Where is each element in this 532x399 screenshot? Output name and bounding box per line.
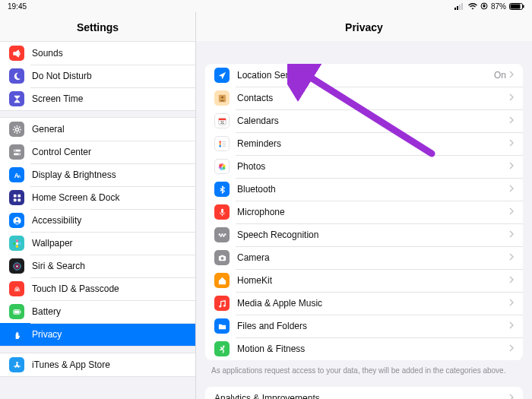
sidebar-group: SoundsDo Not DisturbScreen Time (0, 41, 195, 111)
row-camera[interactable]: Camera (205, 246, 523, 269)
row-screentime[interactable]: Screen Time (0, 87, 195, 110)
row-accessibility[interactable]: Accessibility (0, 209, 195, 232)
svg-rect-58 (221, 208, 223, 213)
status-time: 19:45 (8, 2, 27, 11)
row-label: Contacts (237, 93, 509, 103)
svg-rect-39 (20, 311, 21, 312)
row-homescreen[interactable]: Home Screen & Dock (0, 186, 195, 209)
chevron-right-icon (509, 207, 514, 217)
row-label: Reminders (237, 138, 509, 149)
row-label: Accessibility (32, 215, 186, 226)
svg-rect-3 (461, 3, 463, 10)
fingerprint-icon (9, 281, 24, 296)
row-label: General (32, 124, 186, 135)
row-label: Files and Folders (237, 321, 509, 331)
speaker-icon (9, 46, 24, 61)
chevron-right-icon (509, 70, 514, 81)
svg-point-31 (15, 239, 17, 242)
chevron-right-icon (509, 230, 514, 240)
row-sounds[interactable]: Sounds (0, 42, 195, 65)
row-label: Calendars (237, 116, 509, 126)
row-files[interactable]: Files and Folders (205, 315, 523, 337)
svg-rect-1 (457, 6, 458, 10)
row-media[interactable]: Media & Apple Music (205, 292, 523, 315)
hourglass-icon (9, 91, 24, 106)
svg-point-37 (16, 265, 17, 267)
row-analytics[interactable]: Analytics & Improvements (205, 387, 523, 399)
row-location[interactable]: Location ServicesOn (205, 64, 523, 87)
detail-group: Location ServicesOnContacts31CalendarsRe… (205, 64, 523, 360)
svg-point-33 (15, 245, 17, 247)
svg-point-30 (15, 242, 18, 245)
chevron-right-icon (509, 344, 514, 354)
chevron-right-icon (509, 184, 514, 195)
mic-icon (214, 204, 230, 220)
row-label: Media & Apple Music (237, 298, 509, 309)
row-bluetooth[interactable]: Bluetooth (205, 178, 523, 201)
row-controlcenter[interactable]: Control Center (0, 141, 195, 163)
svg-point-61 (220, 257, 223, 260)
chevron-right-icon (509, 275, 514, 286)
row-dnd[interactable]: Do Not Disturb (0, 65, 195, 87)
svg-point-34 (13, 242, 15, 244)
svg-rect-8 (523, 5, 524, 8)
row-display[interactable]: AADisplay & Brightness (0, 163, 195, 186)
row-contacts[interactable]: Contacts (205, 87, 523, 109)
row-privacy[interactable]: Privacy (0, 323, 195, 346)
svg-point-19 (14, 150, 15, 151)
row-label: Photos (237, 161, 509, 172)
svg-line-16 (14, 131, 14, 132)
hand-icon (9, 327, 24, 342)
row-label: Sounds (32, 48, 186, 59)
svg-point-32 (18, 242, 21, 244)
row-siri[interactable]: Siri & Search (0, 255, 195, 277)
row-homekit[interactable]: HomeKit (205, 269, 523, 292)
row-label: Camera (237, 252, 509, 263)
battery-percent: 87% (491, 2, 506, 11)
appstore-icon (9, 357, 24, 372)
wave-icon (214, 227, 230, 242)
row-general[interactable]: General (0, 118, 195, 141)
row-speech[interactable]: Speech Recognition (205, 223, 523, 246)
detail-group: Analytics & Improvements (205, 387, 523, 399)
row-touchid[interactable]: Touch ID & Passcode (0, 277, 195, 300)
svg-line-14 (14, 126, 14, 127)
row-label: Do Not Disturb (32, 71, 186, 81)
switches-icon (9, 144, 24, 160)
folder-icon (214, 318, 230, 334)
row-reminders[interactable]: Reminders (205, 132, 523, 155)
row-label: Touch ID & Passcode (32, 283, 186, 294)
row-calendars[interactable]: 31Calendars (205, 109, 523, 132)
sidebar-title: Settings (0, 12, 195, 41)
chevron-right-icon (509, 321, 514, 331)
row-microphone[interactable]: Microphone (205, 201, 523, 223)
svg-point-46 (219, 141, 220, 142)
navarrow-icon (214, 68, 230, 83)
row-wallpaper[interactable]: Wallpaper (0, 232, 195, 255)
svg-rect-0 (454, 8, 456, 10)
row-motion[interactable]: Motion & Fitness (205, 337, 523, 360)
row-label: Analytics & Improvements (214, 393, 509, 399)
svg-rect-44 (218, 118, 225, 119)
bluetooth-icon (214, 182, 230, 197)
row-battery[interactable]: Battery (0, 300, 195, 323)
svg-point-21 (18, 153, 20, 154)
camera-icon (214, 250, 230, 265)
wifi-icon (468, 3, 477, 10)
svg-line-15 (19, 131, 20, 132)
textsize-icon: AA (9, 167, 24, 182)
row-appstore[interactable]: iTunes & App Store (0, 353, 195, 376)
svg-rect-7 (511, 4, 521, 8)
svg-rect-25 (17, 194, 21, 197)
row-label: Motion & Fitness (237, 344, 509, 354)
sidebar-group: GeneralControl CenterAADisplay & Brightn… (0, 117, 195, 347)
reminders-icon (214, 136, 230, 151)
row-label: HomeKit (237, 275, 509, 286)
svg-point-63 (219, 305, 221, 307)
chevron-right-icon (509, 138, 514, 149)
privacy-detail: Privacy Location ServicesOnContacts31Cal… (196, 12, 532, 399)
chevron-right-icon (509, 161, 514, 172)
row-photos[interactable]: Photos (205, 155, 523, 178)
svg-rect-5 (483, 5, 485, 8)
flower-icon (9, 236, 24, 251)
